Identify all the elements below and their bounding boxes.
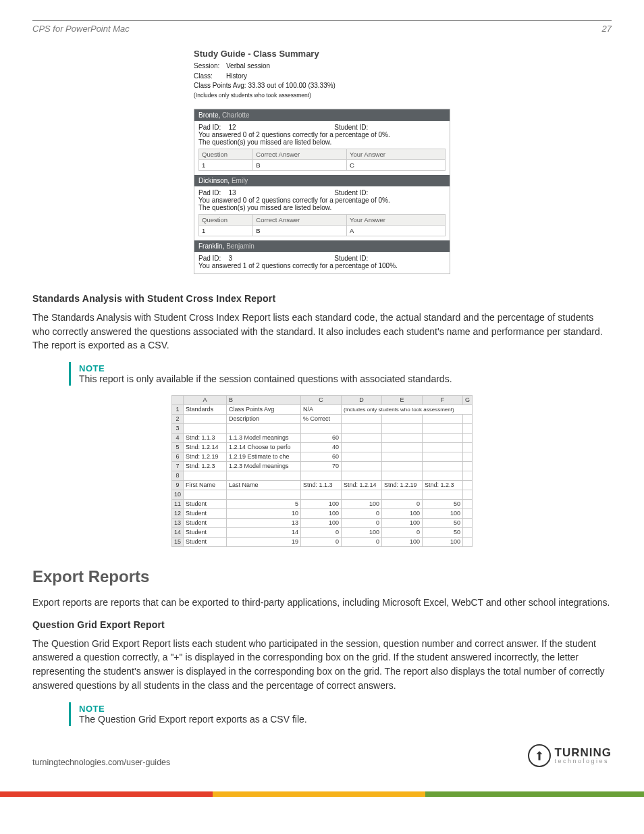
student-block: Pad ID: 12Student ID:You answered 0 of 2… (194, 121, 450, 175)
qgrid-heading: Question Grid Export Report (32, 619, 612, 630)
note-label: NOTE (79, 704, 612, 714)
sg-class-label: Class: (194, 72, 226, 82)
note-qgrid: NOTE The Question Grid Export report exp… (69, 702, 612, 726)
sg-avg: Class Points Avg: 33.33 out of 100.00 (3… (194, 81, 450, 91)
note-text: The Question Grid Export report exports … (79, 714, 612, 725)
footer-color-bar (0, 791, 644, 797)
page-number: 27 (602, 24, 612, 34)
note-standards: NOTE This report is only available if th… (69, 362, 612, 386)
sg-includes: (Includes only students who took assessm… (194, 91, 450, 99)
standards-para: The Standards Analysis with Student Cros… (32, 311, 612, 353)
export-para: Export reports are reports that can be e… (32, 596, 612, 610)
logo-subtitle: technologies (555, 758, 612, 764)
standards-heading: Standards Analysis with Student Cross In… (32, 293, 612, 304)
footer-url: turningtechnologies.com/user-guides (32, 758, 170, 767)
student-block: Pad ID: 13Student ID:You answered 0 of 2… (194, 186, 450, 240)
qgrid-para: The Question Grid Export Report lists ea… (32, 637, 612, 693)
sg-class: History (226, 72, 247, 80)
logo-title: TURNING (555, 748, 612, 758)
logo-icon (528, 744, 551, 767)
spreadsheet-figure: ABCDEFG1StandardsClass Points AvgN/A(Inc… (171, 395, 473, 547)
note-text: This report is only available if the ses… (79, 373, 612, 384)
sg-title: Study Guide - Class Summary (194, 49, 450, 59)
sg-session-label: Session: (194, 61, 226, 72)
student-name-bar: Bronte, Charlotte (194, 109, 450, 121)
note-label: NOTE (79, 363, 612, 373)
export-heading: Export Reports (32, 567, 612, 586)
page-header: CPS for PowerPoint Mac 27 (32, 24, 612, 34)
doc-title: CPS for PowerPoint Mac (32, 24, 130, 34)
footer-logo: TURNING technologies (528, 744, 612, 767)
student-name-bar: Dickinson, Emily (194, 175, 450, 186)
sg-session: Verbal session (226, 62, 270, 70)
study-guide-figure: Study Guide - Class Summary Session:Verb… (194, 49, 450, 274)
student-name-bar: Franklin, Benjamin (194, 240, 450, 252)
student-block: Pad ID: 3Student ID:You answered 1 of 2 … (194, 252, 450, 273)
